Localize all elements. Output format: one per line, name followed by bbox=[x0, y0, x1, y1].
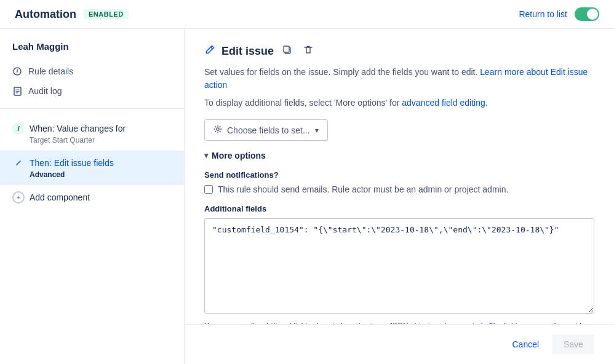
then-step-subtitle: Advanced bbox=[12, 170, 172, 179]
automation-toggle[interactable] bbox=[575, 7, 599, 21]
more-options-toggle[interactable]: ▾ More options bbox=[204, 151, 594, 160]
then-step[interactable]: Then: Edit issue fields Advanced bbox=[0, 151, 184, 185]
send-notifications-section: Send notifications? This rule should sen… bbox=[204, 170, 594, 194]
send-notifications-checkbox-label: This rule should send emails. Rule actor… bbox=[218, 184, 508, 194]
when-step[interactable]: i When: Value changes for Target Start Q… bbox=[0, 116, 184, 151]
when-step-label: When: Value changes for bbox=[30, 124, 126, 133]
more-options-label: More options bbox=[212, 151, 266, 160]
chevron-down-icon: ▾ bbox=[315, 126, 319, 135]
additional-fields-section: Additional fields "customfield_10154": "… bbox=[204, 204, 594, 324]
enabled-badge: ENABLED bbox=[84, 9, 129, 19]
cancel-button[interactable]: Cancel bbox=[503, 334, 548, 354]
top-header: Automation ENABLED Return to list bbox=[0, 0, 614, 29]
when-step-icon: i bbox=[12, 122, 25, 135]
send-notifications-row: This rule should send emails. Rule actor… bbox=[204, 184, 594, 194]
copy-button[interactable] bbox=[280, 44, 295, 58]
advanced-field-editing-link[interactable]: advanced field editing. bbox=[402, 98, 487, 108]
then-step-icon bbox=[12, 157, 25, 169]
audit-log-label: Audit log bbox=[28, 86, 62, 96]
send-notifications-label: Send notifications? bbox=[204, 170, 594, 180]
additional-fields-label: Additional fields bbox=[204, 204, 594, 213]
section-title: Edit issue bbox=[221, 45, 274, 58]
add-component-icon: + bbox=[12, 191, 25, 204]
main-layout: Leah Maggin Rule details Audit bbox=[0, 29, 614, 364]
choose-fields-button[interactable]: Choose fields to set... ▾ bbox=[204, 119, 328, 141]
file-icon bbox=[12, 86, 22, 96]
delete-button[interactable] bbox=[301, 44, 316, 58]
sidebar-divider bbox=[0, 108, 184, 109]
app-title: Automation bbox=[15, 8, 76, 21]
sidebar-user-name: Leah Maggin bbox=[0, 41, 184, 61]
when-step-subtitle: Target Start Quarter bbox=[12, 136, 172, 144]
return-to-list-link[interactable]: Return to list bbox=[519, 9, 567, 19]
circle-icon bbox=[12, 66, 22, 76]
additional-fields-textarea[interactable]: "customfield_10154": "{\"start\":\"2023-… bbox=[204, 218, 594, 314]
add-component-step[interactable]: + Add component bbox=[0, 185, 184, 210]
send-notifications-checkbox[interactable] bbox=[204, 185, 213, 194]
choose-fields-label: Choose fields to set... bbox=[227, 125, 310, 135]
then-step-label: Then: Edit issue fields bbox=[30, 158, 114, 168]
svg-point-2 bbox=[17, 73, 18, 74]
sidebar-item-rule-details[interactable]: Rule details bbox=[0, 61, 184, 81]
sidebar-item-audit-log[interactable]: Audit log bbox=[0, 81, 184, 101]
section-header: Edit issue bbox=[204, 44, 594, 58]
svg-rect-8 bbox=[284, 46, 289, 52]
sidebar: Leah Maggin Rule details Audit bbox=[0, 29, 185, 364]
additional-info-text: To display additional fields, select 'Mo… bbox=[204, 97, 594, 109]
rule-details-label: Rule details bbox=[28, 66, 73, 76]
edit-icon bbox=[204, 44, 215, 58]
add-component-label: Add component bbox=[30, 192, 90, 202]
description-text: Set values for fields on the issue. Simp… bbox=[204, 66, 594, 92]
footer-actions: Cancel Save bbox=[185, 324, 614, 364]
save-button[interactable]: Save bbox=[552, 334, 594, 354]
main-content: Edit issue Set values for fields on the … bbox=[185, 29, 614, 324]
chevron-down-icon: ▾ bbox=[204, 151, 208, 160]
svg-point-9 bbox=[217, 128, 219, 130]
gear-icon bbox=[213, 125, 222, 135]
